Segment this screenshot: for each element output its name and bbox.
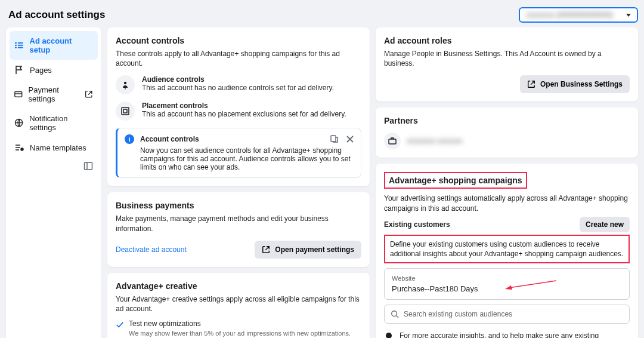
sidebar-item-label: Ad account setup <box>30 36 93 54</box>
business-payments-card: Business payments Make payments, manage … <box>107 192 370 266</box>
test-optimizations-hint: We may show fewer than 5% of your ad imp… <box>129 330 357 338</box>
audience-controls-title: Audience controls <box>142 75 334 84</box>
ad-account-roles-desc: Manage People in Business Settings. This… <box>384 49 630 68</box>
page-title: Ad account settings <box>8 9 105 21</box>
advantage-shopping-card: Advantage+ shopping campaigns Your adver… <box>376 164 638 338</box>
svg-rect-15 <box>331 136 336 142</box>
annotation-arrow-icon <box>504 279 558 291</box>
lightbulb-icon <box>384 332 394 338</box>
sidebar-item-pages[interactable]: Pages <box>10 60 98 80</box>
test-optimizations-label: Test new optimizations <box>129 319 361 328</box>
svg-rect-0 <box>15 42 17 44</box>
search-icon <box>391 310 399 318</box>
placement-controls-row[interactable]: Placement controls This ad account has n… <box>116 102 361 121</box>
existing-customers-desc: Define your existing customers using cus… <box>390 239 624 259</box>
search-audiences-input[interactable]: Search existing custom audiences <box>384 305 630 324</box>
info-box-title: Account controls <box>140 135 199 143</box>
audience-controls-desc: This ad account has no audience controls… <box>142 84 334 92</box>
placement-controls-desc: This ad account has no placement exclusi… <box>142 110 346 118</box>
account-controls-title: Account controls <box>116 36 361 45</box>
account-controls-card: Account controls These controls apply to… <box>107 27 370 186</box>
advantage-shopping-desc: Your advertising settings automatically … <box>384 193 630 213</box>
sidebar-item-label: Pages <box>30 66 52 75</box>
briefcase-icon <box>384 133 401 149</box>
info-box-body: Now you can set audience controls for al… <box>125 146 354 171</box>
deactivate-ad-account-link[interactable]: Deactivate ad account <box>116 245 187 254</box>
audience-icon <box>116 75 135 94</box>
flag-icon <box>14 65 24 75</box>
template-icon <box>14 143 24 152</box>
placement-icon <box>116 102 135 121</box>
ad-account-roles-card: Ad account roles Manage People in Busine… <box>376 27 638 102</box>
external-link-icon <box>527 80 535 88</box>
svg-rect-14 <box>123 109 127 113</box>
advantage-creative-card: Advantage+ creative Your Advantage+ crea… <box>107 273 370 338</box>
svg-rect-13 <box>122 107 129 115</box>
svg-rect-2 <box>15 45 17 46</box>
svg-rect-1 <box>18 42 23 44</box>
create-new-button[interactable]: Create new <box>580 217 630 232</box>
open-business-settings-button[interactable]: Open Business Settings <box>520 75 630 93</box>
audience-controls-row[interactable]: Audience controls This ad account has no… <box>116 75 361 94</box>
account-controls-info-box: i Account controls Now you can set audie… <box>116 128 361 178</box>
svg-point-21 <box>392 311 397 317</box>
account-selector-value: xxxxxxxx (0000000000000) <box>526 11 613 19</box>
close-icon[interactable] <box>345 134 355 144</box>
svg-line-19 <box>509 281 556 288</box>
partner-name: xxxxxxxx xxxxxxx <box>407 137 462 145</box>
svg-point-12 <box>124 82 126 84</box>
checkmark-icon[interactable] <box>116 321 124 329</box>
ad-account-roles-title: Ad account roles <box>384 36 630 45</box>
sidebar-item-notification-settings[interactable]: Notification settings <box>10 109 98 137</box>
card-icon <box>14 90 23 99</box>
partners-title: Partners <box>384 116 630 125</box>
search-placeholder: Search existing custom audiences <box>404 310 512 318</box>
account-selector[interactable]: xxxxxxxx (0000000000000) <box>519 7 638 23</box>
svg-line-22 <box>397 316 399 318</box>
partners-card: Partners xxxxxxxx xxxxxxx <box>376 107 638 158</box>
existing-customers-title: Existing customers <box>384 220 450 229</box>
placement-controls-title: Placement controls <box>142 102 346 110</box>
svg-rect-6 <box>15 92 22 97</box>
sidebar-item-label: Name templates <box>30 143 86 152</box>
external-link-icon <box>262 245 270 254</box>
insight-text: For more accurate insights, and to help … <box>400 331 630 338</box>
advantage-creative-desc: Your Advantage+ creative settings apply … <box>116 294 361 314</box>
external-link-icon <box>85 90 93 99</box>
advantage-shopping-title: Advantage+ shopping campaigns <box>389 176 522 185</box>
info-icon: i <box>125 134 134 144</box>
audience-pill[interactable]: Website Purchase--Past180 Days <box>384 268 630 300</box>
svg-rect-3 <box>18 45 23 46</box>
open-business-settings-label: Open Business Settings <box>540 80 623 88</box>
svg-rect-5 <box>18 47 23 48</box>
open-payment-settings-label: Open payment settings <box>275 245 354 254</box>
sidebar-item-payment-settings[interactable]: Payment settings <box>10 80 98 109</box>
svg-marker-20 <box>505 285 512 290</box>
open-payment-settings-button[interactable]: Open payment settings <box>255 241 361 259</box>
sidebar-item-ad-account-setup[interactable]: Ad account setup <box>10 31 98 60</box>
sidebar-item-label: Notification settings <box>29 114 93 132</box>
chevron-down-icon <box>626 14 631 17</box>
svg-rect-18 <box>389 139 396 144</box>
sidebar-item-label: Payment settings <box>29 85 79 103</box>
globe-icon <box>14 118 23 128</box>
collapse-sidebar-icon[interactable] <box>83 161 93 171</box>
business-payments-title: Business payments <box>116 201 361 210</box>
account-controls-desc: These controls apply to all Advantage+ s… <box>116 49 361 68</box>
advantage-creative-title: Advantage+ creative <box>116 281 361 291</box>
sidebar-item-name-templates[interactable]: Name templates <box>10 137 98 158</box>
svg-rect-10 <box>85 162 92 170</box>
svg-rect-4 <box>15 47 17 48</box>
list-icon <box>14 41 24 50</box>
svg-point-9 <box>21 148 23 150</box>
business-payments-desc: Make payments, manage payment methods an… <box>116 214 361 233</box>
tour-icon[interactable] <box>330 134 339 144</box>
